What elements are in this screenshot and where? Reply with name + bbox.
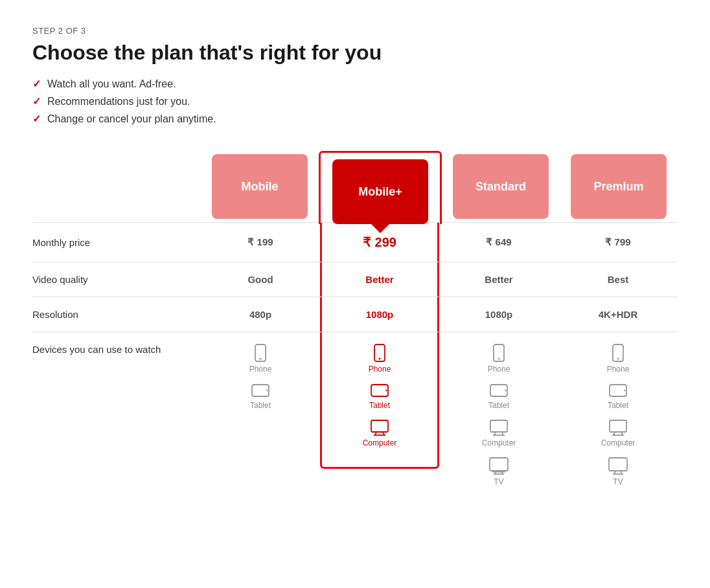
video-quality-row: Video quality Good Better Better Best	[32, 262, 678, 297]
computer-icon-highlight	[370, 419, 389, 436]
device-std-tv: TV	[488, 457, 509, 486]
res-mobile-plus: 1080p	[322, 309, 437, 320]
res-premium: 4K+HDR	[558, 309, 678, 320]
svg-rect-33	[609, 458, 627, 471]
computer-icon-prm	[608, 419, 628, 436]
svg-point-26	[617, 358, 619, 360]
device-std-phone: Phone	[488, 344, 510, 374]
computer-icon-std	[489, 419, 509, 436]
plan-card-mobile[interactable]: Mobile	[212, 154, 308, 219]
device-mobile-tablet: Tablet	[250, 383, 271, 410]
devices-premium: Phone Tablet Computer	[558, 344, 678, 486]
phone-icon-prm	[610, 344, 626, 362]
plan-card-premium[interactable]: Premium	[571, 154, 667, 219]
devices-row: Devices you can use to watch Phone Table…	[32, 332, 678, 498]
svg-point-15	[505, 390, 506, 391]
svg-point-7	[385, 390, 387, 391]
svg-rect-27	[610, 385, 626, 396]
res-mobile: 480p	[201, 309, 320, 320]
plan-header-premium[interactable]: Premium	[560, 151, 678, 222]
resolution-label: Resolution	[32, 309, 201, 320]
quality-premium: Best	[558, 274, 678, 285]
quality-mobile-plus: Better	[322, 274, 437, 285]
tablet-icon-highlight	[371, 383, 389, 398]
header-empty	[32, 151, 201, 222]
quality-mobile: Good	[201, 274, 320, 285]
price-mobile: ₹ 199	[201, 236, 320, 248]
features-list: ✓ Watch all you want. Ad-free. ✓ Recomme…	[32, 78, 678, 125]
svg-point-1	[259, 358, 261, 360]
plans-header-row: Mobile Mobile+ Standard Premium	[32, 151, 678, 222]
step-label: STEP 2 OF 3	[32, 26, 678, 36]
res-standard: 1080p	[439, 309, 558, 320]
device-prm-tv: TV	[608, 457, 628, 486]
monthly-price-row: Monthly price ₹ 199 ₹ 299 ₹ 649 ₹ 799	[32, 222, 678, 262]
device-prm-computer: Computer	[601, 419, 636, 447]
devices-mobile: Phone Tablet	[201, 344, 320, 410]
devices-label: Devices you can use to watch	[32, 344, 201, 355]
svg-point-3	[266, 390, 268, 391]
monthly-price-label: Monthly price	[32, 237, 201, 248]
svg-rect-16	[490, 420, 507, 432]
feature-item-1: ✓ Watch all you want. Ad-free.	[32, 78, 678, 90]
price-standard: ₹ 649	[439, 236, 558, 248]
svg-rect-8	[371, 420, 388, 432]
svg-rect-6	[371, 385, 388, 396]
price-mobile-plus: ₹ 299	[322, 234, 437, 250]
check-icon-3: ✓	[32, 113, 41, 125]
devices-mobile-plus: Phone Tablet Computer	[322, 344, 437, 447]
devices-standard: Phone Tablet Computer	[439, 344, 558, 486]
device-mplus-phone: Phone	[369, 344, 391, 374]
page-title: Choose the plan that's right for you	[32, 41, 678, 65]
phone-icon-highlight	[372, 344, 387, 362]
device-prm-phone: Phone	[607, 344, 630, 374]
tablet-icon-std	[490, 383, 508, 398]
svg-rect-24	[492, 471, 505, 473]
plan-header-mobile[interactable]: Mobile	[201, 151, 319, 222]
device-std-computer: Computer	[482, 419, 516, 447]
device-prm-tablet: Tablet	[608, 383, 628, 410]
svg-point-13	[498, 358, 499, 360]
tablet-icon-prm	[609, 383, 627, 398]
check-icon-1: ✓	[32, 78, 41, 90]
tv-icon-std	[488, 457, 509, 475]
svg-rect-2	[252, 385, 269, 396]
svg-rect-14	[490, 385, 507, 396]
resolution-row: Resolution 480p 1080p 1080p 4K+HDR	[32, 297, 678, 332]
device-mplus-computer: Computer	[363, 419, 397, 447]
feature-item-2: ✓ Recommendations just for you.	[32, 95, 678, 107]
plan-card-standard[interactable]: Standard	[453, 154, 549, 219]
phone-icon-std	[491, 344, 507, 362]
quality-standard: Better	[439, 274, 558, 285]
plans-table: Mobile Mobile+ Standard Premium Monthly	[32, 151, 678, 498]
phone-icon	[253, 344, 268, 362]
plan-header-standard[interactable]: Standard	[442, 151, 560, 222]
device-mplus-tablet: Tablet	[369, 383, 390, 410]
svg-point-5	[378, 358, 380, 360]
svg-point-28	[624, 390, 625, 391]
svg-rect-29	[610, 420, 626, 432]
plan-card-mobile-plus[interactable]: Mobile+	[332, 159, 428, 224]
video-quality-label: Video quality	[32, 274, 201, 285]
price-premium: ₹ 799	[558, 236, 678, 248]
device-std-tablet: Tablet	[488, 383, 509, 410]
svg-rect-20	[490, 458, 508, 471]
feature-item-3: ✓ Change or cancel your plan anytime.	[32, 113, 678, 125]
plan-header-mobile-plus[interactable]: Mobile+	[319, 151, 442, 222]
device-mobile-phone: Phone	[249, 344, 272, 374]
tv-icon-prm	[608, 457, 628, 475]
tablet-icon	[251, 383, 269, 398]
check-icon-2: ✓	[32, 95, 41, 107]
